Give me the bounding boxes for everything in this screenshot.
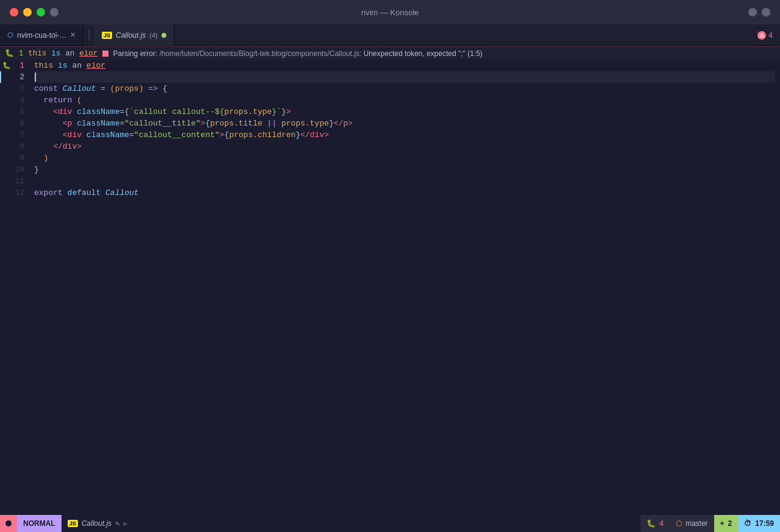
gutter-bug-icon: 🐛 [2, 62, 11, 69]
tab-separator: | [83, 24, 94, 46]
gutter-line-7: 7 [0, 129, 29, 141]
clock-icon: ⏱ [744, 519, 751, 528]
error-count: 4 [768, 31, 773, 40]
tab-nvim-close[interactable]: ✕ [70, 31, 76, 39]
status-js-badge: JS [68, 520, 78, 527]
code-word-an: an [72, 61, 86, 70]
gutter-line-5: 5 [0, 106, 29, 118]
code-word-this: this [34, 61, 58, 70]
error-square-icon [102, 51, 108, 57]
status-right: 🐛 4 ⬡ master + 2 ⏱ 17:59 [640, 515, 780, 532]
gutter-line-3: 3 [0, 83, 29, 94]
status-time: 17:59 [755, 519, 774, 528]
status-line-count: 2 [728, 519, 732, 528]
code-word-is: is [58, 61, 72, 70]
code-line-4: return ( [34, 94, 775, 106]
minimize-button[interactable] [23, 8, 32, 16]
code-line-12: export default Callout [34, 187, 775, 199]
status-arrow-icon: ▶ [123, 519, 127, 528]
error-count-badge: ⚠ 4 [757, 31, 773, 40]
maximize-button[interactable] [37, 8, 45, 16]
window-chrome: nvim — Konsole [0, 0, 780, 24]
mode-icon-inner [5, 520, 12, 527]
tab-nvim[interactable]: ⬡ nvim-cua-toi-… ✕ [0, 24, 83, 46]
window-title: nvim — Konsole [361, 8, 419, 17]
error-prefix: Parsing error: [113, 49, 158, 58]
gutter-line-2: 2 [0, 71, 29, 83]
status-file-info: JS Callout.js ✎ ▶ [62, 519, 134, 528]
code-line-2 [34, 71, 775, 83]
error-detail: Unexpected token, expected ";" (1:5) [364, 49, 483, 58]
word-eior: eior [79, 49, 98, 58]
close-button[interactable] [10, 8, 18, 16]
window-icon-2 [762, 8, 770, 16]
code-line-3: const Callout = (props) => { [34, 83, 775, 94]
code-area[interactable]: this is an eior const Callout = (props) … [29, 60, 780, 515]
gutter-line-9: 9 [0, 152, 29, 164]
tab-bar: ⬡ nvim-cua-toi-… ✕ | JS Callout.js (4) ⚠… [0, 24, 780, 46]
gutter-line-8: 8 [0, 141, 29, 152]
status-filename: Callout.js [82, 519, 112, 528]
gutter-line-1: 🐛 1 [0, 60, 29, 71]
tab-bar-right: ⚠ 4 [757, 24, 780, 46]
gutter-line-12: 12 [0, 187, 29, 199]
code-line-8: </div> [34, 141, 775, 152]
status-error-icon: 🐛 [647, 519, 656, 528]
code-line-5: <div className={`callout callout--${prop… [34, 106, 775, 118]
code-line-1: this is an eior [34, 60, 775, 71]
status-errors-section: 🐛 4 [640, 515, 670, 532]
word-is: is [51, 49, 60, 58]
editor-main: 🐛 1 2 3 4 5 6 7 8 9 10 11 12 this is an … [0, 60, 780, 515]
error-message: Parsing error: /home/tulen/Documents/Blo… [102, 49, 483, 58]
window-right-icons [748, 8, 770, 16]
status-branch-section: ⬡ master [670, 515, 714, 532]
mode-label: NORMAL [17, 515, 62, 532]
status-time-section: ⏱ 17:59 [738, 515, 780, 532]
branch-name: master [686, 519, 708, 528]
branch-icon: ⬡ [676, 519, 682, 528]
nvim-icon: ⬡ [7, 31, 13, 39]
word-this: this [28, 49, 46, 58]
status-mode-section: NORMAL [0, 515, 62, 532]
code-line-10: } [34, 164, 775, 176]
error-path: /home/tulen/Documents/Blog/t-tek.blog/co… [160, 49, 362, 58]
tab-callout-badge: (4) [149, 32, 157, 39]
gutter-line-10: 10 [0, 164, 29, 176]
gutter-line-11: 11 [0, 176, 29, 187]
code-line-7: <div className="callout__content">{props… [34, 129, 775, 141]
window-icon-1 [748, 8, 757, 16]
status-lines-section: + 2 [714, 515, 739, 532]
mode-icon [0, 515, 17, 532]
error-icon: ⚠ [757, 31, 766, 40]
tab-callout[interactable]: JS Callout.js (4) [94, 24, 174, 46]
gutter-line-4: 4 [0, 94, 29, 106]
cursor [35, 73, 36, 82]
line-gutter: 🐛 1 2 3 4 5 6 7 8 9 10 11 12 [0, 60, 29, 515]
code-line-9: ) [34, 152, 775, 164]
code-line-6: <p className="callout__title">{props.tit… [34, 118, 775, 129]
window-buttons [10, 8, 58, 16]
error-banner: 🐛 1 this is an eior Parsing error: /home… [0, 46, 780, 60]
tab-callout-label: Callout.js [116, 31, 146, 40]
status-error-count: 4 [659, 519, 664, 528]
js-icon: JS [102, 32, 112, 39]
word-an: an [65, 49, 74, 58]
unknown-button[interactable] [50, 8, 58, 16]
status-bar: NORMAL JS Callout.js ✎ ▶ 🐛 4 ⬡ master + … [0, 515, 780, 532]
status-pencil-icon: ✎ [115, 519, 119, 528]
tab-nvim-label: nvim-cua-toi-… [17, 31, 66, 40]
plus-icon: + [720, 519, 725, 528]
gutter-line-6: 6 [0, 118, 29, 129]
error-line-num: 1 [19, 49, 23, 58]
bug-icon: 🐛 [5, 49, 14, 58]
cursor-line-indicator [0, 71, 1, 83]
tab-callout-dot [161, 33, 166, 38]
code-word-eior: eior [87, 61, 105, 70]
code-line-11 [34, 176, 775, 187]
